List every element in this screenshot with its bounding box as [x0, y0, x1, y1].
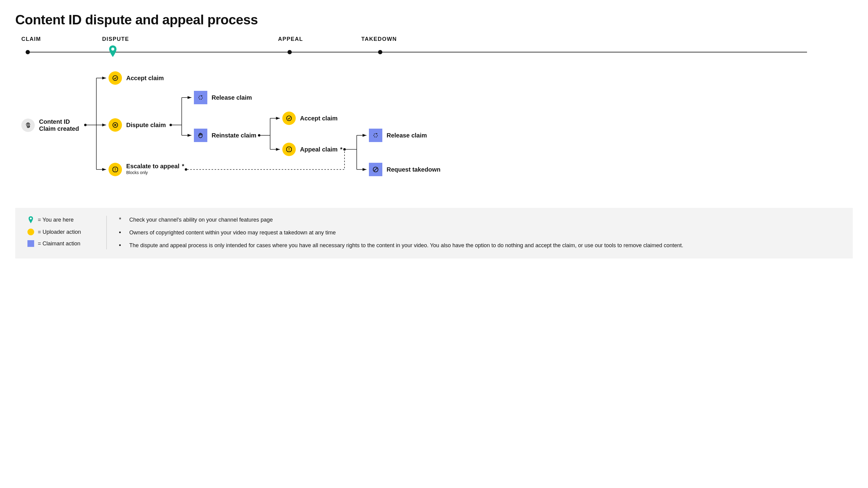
escalate-sublabel: Blocks only — [126, 170, 184, 175]
yellow-circle-icon — [27, 229, 34, 235]
svg-point-2 — [169, 124, 172, 126]
svg-point-14 — [289, 150, 289, 151]
check-icon — [282, 111, 296, 125]
notes-column: * Check your channel's ability on your c… — [119, 216, 841, 249]
bullet-icon: • — [119, 229, 125, 236]
ban-icon — [369, 163, 382, 176]
legend-uploader-label: = Uploader action — [38, 229, 81, 235]
legend-here-label: = You are here — [38, 217, 74, 223]
fingerprint-icon — [21, 119, 35, 132]
legend-claimant-label: = Claimant action — [38, 240, 81, 247]
accept-claim-label: Accept claim — [126, 75, 164, 82]
refresh-icon — [369, 129, 382, 142]
node-release-claim-2: Release claim — [369, 129, 427, 142]
appeal-claim-label: Appeal claim — [300, 146, 338, 153]
node-accept-claim-2: Accept claim — [282, 111, 338, 125]
alert-octagon-icon — [282, 143, 296, 156]
node-release-claim: Release claim — [194, 91, 252, 104]
stage-labels: CLAIM DISPUTE APPEAL TAKEDOWN — [15, 36, 853, 44]
flow-edges — [15, 71, 853, 199]
timeline-dot-appeal — [287, 50, 292, 54]
node-appeal-claim: Appeal claim * — [282, 143, 342, 156]
start-label-2: Claim created — [39, 125, 79, 132]
alert-octagon-icon — [108, 163, 122, 176]
node-request-takedown: Request takedown — [369, 163, 440, 176]
stage-dispute: DISPUTE — [102, 36, 129, 42]
stage-appeal: APPEAL — [278, 36, 303, 42]
svg-point-3 — [258, 134, 260, 136]
note-bullet-1-text: Owners of copyrighted content within you… — [129, 229, 336, 236]
svg-point-0 — [111, 47, 114, 51]
note-bullet-2-text: The dispute and appeal process is only i… — [129, 241, 683, 249]
release-claim2-label: Release claim — [386, 132, 427, 139]
flow-canvas: Content ID Claim created Accept claim Di… — [15, 71, 853, 199]
accept-claim2-label: Accept claim — [300, 115, 338, 122]
node-accept-claim: Accept claim — [108, 71, 164, 85]
legend-box: = You are here = Uploader action = Claim… — [15, 208, 853, 258]
node-start: Content ID Claim created — [21, 118, 79, 132]
pin-icon — [27, 216, 34, 224]
node-dispute-claim: Dispute claim — [108, 118, 166, 132]
refresh-icon — [194, 91, 207, 104]
check-icon — [108, 71, 122, 85]
dispute-claim-label: Dispute claim — [126, 122, 166, 129]
note-bullet-1: • Owners of copyrighted content within y… — [119, 229, 841, 236]
svg-line-16 — [374, 168, 377, 171]
request-takedown-label: Request takedown — [386, 166, 440, 173]
svg-point-5 — [185, 168, 187, 171]
legend-column: = You are here = Uploader action = Claim… — [27, 216, 107, 249]
escalate-label: Escalate to appeal — [126, 163, 180, 170]
svg-point-1 — [84, 124, 87, 126]
stage-claim: CLAIM — [21, 36, 41, 42]
timeline-dot-takedown — [378, 50, 382, 54]
reinstate-claim-label: Reinstate claim — [212, 132, 256, 139]
you-are-here-pin — [108, 45, 117, 58]
start-label-1: Content ID — [39, 118, 79, 125]
timeline-dot-claim — [26, 50, 30, 54]
node-reinstate-claim: Reinstate claim — [194, 129, 256, 142]
note-star: * Check your channel's ability on your c… — [119, 216, 841, 224]
legend-here: = You are here — [27, 216, 95, 224]
note-star-text: Check your channel's ability on your cha… — [129, 216, 273, 224]
timeline — [15, 46, 853, 59]
star-icon: * — [182, 163, 184, 170]
node-escalate: Escalate to appeal * Blocks only — [108, 163, 184, 176]
svg-point-4 — [343, 148, 346, 151]
bullet-icon: • — [119, 241, 125, 249]
x-icon — [108, 118, 122, 132]
stage-takedown: TAKEDOWN — [361, 36, 397, 42]
svg-point-17 — [30, 218, 32, 220]
page-title: Content ID dispute and appeal process — [15, 12, 853, 27]
legend-claimant: = Claimant action — [27, 240, 95, 247]
star-icon: * — [119, 216, 125, 223]
blue-square-icon — [27, 240, 34, 247]
star-icon: * — [340, 146, 342, 153]
release-claim-label: Release claim — [212, 94, 252, 101]
svg-point-11 — [287, 116, 291, 121]
note-bullet-2: • The dispute and appeal process is only… — [119, 241, 841, 249]
svg-point-6 — [113, 75, 118, 80]
svg-point-10 — [115, 170, 116, 171]
legend-uploader: = Uploader action — [27, 229, 95, 235]
hand-icon — [194, 129, 207, 142]
